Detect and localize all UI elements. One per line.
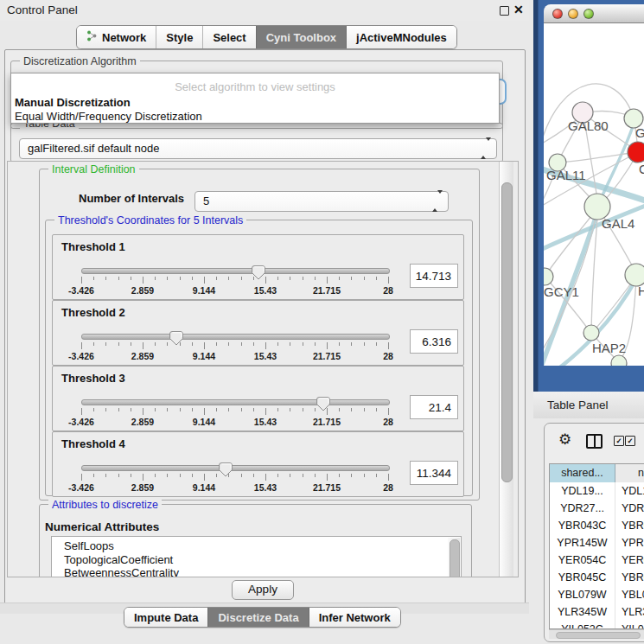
attribute-item-selfloops[interactable]: SelfLoops	[52, 539, 461, 553]
control-panel-titlebar: Control Panel ✕	[0, 0, 529, 21]
cell-shared-name: YBL079W	[550, 586, 615, 603]
table-row[interactable]: YBL079WYBL0	[550, 586, 644, 603]
table-row[interactable]: YBR043CYBR0	[550, 517, 644, 534]
threshold-label: Threshold 1	[61, 240, 125, 253]
slider-ticks	[81, 342, 388, 350]
cell-name: YBR0	[615, 569, 644, 586]
threshold-value-field[interactable]: 14.713	[410, 264, 458, 288]
slider-ticks	[81, 408, 388, 416]
slider-track[interactable]	[81, 399, 390, 405]
attribute-item-topologicalcoefficient[interactable]: TopologicalCoefficient	[52, 553, 461, 567]
zoom-traffic-light[interactable]	[583, 9, 594, 19]
threshold-slider[interactable]: -3.4262.8599.14415.4321.71528	[81, 332, 388, 363]
column-header-shared-name[interactable]: shared...	[550, 464, 615, 482]
network-node-gcy1[interactable]	[544, 268, 553, 285]
tab-label: Impute Data	[134, 611, 198, 624]
threshold-panel-2: Threshold 2-3.4262.8599.14415.4321.71528…	[52, 300, 464, 366]
cell-shared-name: YBR043C	[550, 517, 615, 534]
minimize-traffic-light[interactable]	[568, 9, 578, 19]
close-traffic-light[interactable]	[552, 9, 563, 19]
network-icon	[86, 30, 98, 44]
number-of-intervals-combobox[interactable]: 5	[194, 191, 449, 212]
table-data-combobox[interactable]: galFiltered.sif default node	[19, 138, 497, 159]
hscroll-thumb[interactable]	[556, 632, 641, 640]
table-row[interactable]: YBR045CYBR0	[550, 569, 644, 586]
threshold-panel-3: Threshold 3-3.4262.8599.14415.4321.71528…	[52, 366, 464, 431]
cell-name: YBL0	[615, 586, 644, 603]
tab-jactivemnodules[interactable]: jActiveMNodules	[346, 26, 456, 48]
slider-track[interactable]	[81, 465, 390, 471]
numerical-attributes-list[interactable]: SelfLoopsTopologicalCoefficientBetweenne…	[51, 536, 462, 577]
interval-definition-title: Interval Definition	[48, 163, 139, 175]
cell-name: YER0	[615, 552, 644, 569]
tab-style[interactable]: Style	[156, 26, 202, 48]
tab-cyni-toolbox[interactable]: Cyni Toolbox	[256, 26, 346, 48]
threshold-slider[interactable]: -3.4262.8599.14415.4321.71528	[81, 463, 388, 494]
settings-scroll-region: Interval Definition Number of Intervals …	[7, 161, 519, 577]
tab-select[interactable]: Select	[202, 26, 255, 48]
cell-name: YDR2	[615, 500, 644, 517]
slider-thumb[interactable]	[169, 331, 183, 346]
float-window-icon[interactable]	[500, 6, 509, 16]
node-label-c: C	[639, 162, 644, 176]
tab-impute-data[interactable]: Impute Data	[124, 608, 207, 627]
checkbox-icon-2[interactable]: ✓	[625, 436, 635, 446]
cell-shared-name: YPR145W	[550, 534, 615, 552]
network-window-titlebar	[544, 4, 644, 23]
attributes-to-discretize-title: Attributes to discretize	[48, 499, 162, 511]
node-label-hap2: HAP2	[592, 341, 626, 355]
column-header-name[interactable]: n	[615, 464, 644, 482]
attributes-list-scrollbar[interactable]	[448, 538, 460, 577]
close-icon[interactable]: ✕	[513, 3, 524, 16]
split-columns-icon[interactable]	[586, 434, 603, 449]
table-row[interactable]: YDR27...YDR2	[550, 500, 644, 517]
slider-track[interactable]	[81, 334, 390, 340]
threshold-slider[interactable]: -3.4262.8599.14415.4321.71528	[81, 266, 388, 297]
table-row[interactable]: YLR345WYLR3	[550, 603, 644, 621]
node-label-h: H	[638, 284, 644, 298]
slider-thumb[interactable]	[219, 462, 233, 477]
network-canvas[interactable]: GAL80GACGAL11GAL4GCY1HHAP2	[544, 23, 644, 366]
number-of-intervals-label: Number of Intervals	[79, 192, 184, 205]
network-node-c[interactable]	[628, 142, 644, 163]
network-edge[interactable]	[558, 152, 637, 163]
threshold-slider[interactable]: -3.4262.8599.14415.4321.71528	[81, 398, 388, 429]
network-node-hap2[interactable]	[583, 325, 599, 341]
thresholds-coordinates-group: Threshold's Coordinates for 5 Intervals …	[45, 220, 473, 496]
slider-track[interactable]	[81, 268, 390, 274]
table-row[interactable]: YPR145WYPR1	[550, 534, 644, 552]
table-row[interactable]: YIL052CYIL0	[550, 621, 644, 629]
discretization-algorithm-group-title: Discretization Algorithm	[20, 55, 140, 67]
threshold-label: Threshold 4	[61, 437, 125, 450]
threshold-value-field[interactable]: 21.4	[410, 395, 458, 419]
apply-button[interactable]: Apply	[232, 580, 294, 600]
tab-discretize-data[interactable]: Discretize Data	[207, 608, 308, 627]
cell-name: YBR0	[615, 517, 644, 534]
node-label-ga: GA	[635, 125, 644, 140]
threshold-value-field[interactable]: 11.344	[410, 461, 458, 485]
settings-vertical-scrollbar[interactable]	[499, 162, 513, 577]
algorithm-option-equal-width-frequency-discretization[interactable]: Equal Width/Frequency Discretization	[15, 110, 202, 123]
table-horizontal-scrollbar[interactable]	[549, 629, 644, 639]
checkbox-icon-1[interactable]: ✓	[614, 436, 624, 446]
gear-icon[interactable]: ⚙	[558, 430, 571, 449]
attribute-item-betweennesscentrality[interactable]: BetweennessCentrality	[52, 566, 461, 577]
table-row[interactable]: YER054CYER0	[550, 552, 644, 569]
table-row[interactable]: YDL19...YDL1	[550, 482, 644, 500]
scrollbar-thumb[interactable]	[501, 182, 513, 482]
node-label-gal11: GAL11	[546, 168, 586, 182]
slider-scale-labels: -3.4262.8599.14415.4321.71528	[81, 285, 388, 296]
slider-thumb[interactable]	[316, 397, 330, 411]
slider-thumb[interactable]	[252, 265, 265, 280]
threshold-label: Threshold 2	[61, 306, 125, 319]
tab-network[interactable]: Network	[77, 26, 156, 48]
tab-infer-network[interactable]: Infer Network	[309, 608, 400, 627]
threshold-value-field[interactable]: 6.316	[410, 329, 458, 354]
network-node[interactable]	[611, 355, 627, 366]
algorithm-option-manual-discretization[interactable]: Manual Discretization	[15, 96, 131, 109]
tab-label: Discretize Data	[218, 611, 298, 624]
slider-ticks	[81, 474, 388, 481]
thresholds-coordinates-title: Threshold's Coordinates for 5 Intervals	[54, 214, 246, 226]
control-panel-tabs: NetworkStyleSelectCyni ToolboxjActiveMNo…	[76, 25, 457, 49]
slider-scale-labels: -3.4262.8599.14415.4321.71528	[81, 351, 388, 361]
